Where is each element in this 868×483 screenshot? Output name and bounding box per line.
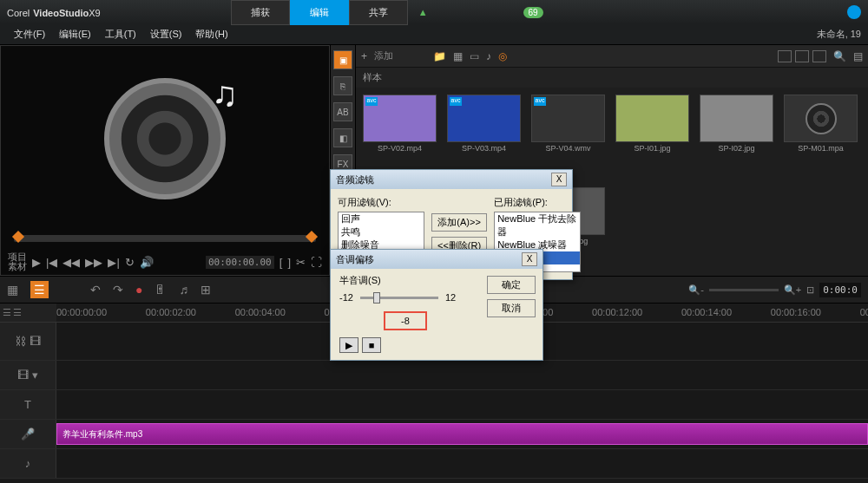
notification-badge[interactable]: 69 (523, 7, 543, 18)
loop-button[interactable]: ↻ (125, 256, 135, 269)
overlay-track-icon: 🎞 (17, 369, 29, 382)
prev-button[interactable]: |◀ (46, 256, 57, 269)
tab-edit[interactable]: 编辑 (290, 0, 349, 25)
slider-max: 12 (445, 292, 456, 303)
title-track[interactable]: T (0, 390, 868, 420)
timeline-view-button[interactable]: ☰ (30, 281, 49, 298)
next-button[interactable]: ▶| (108, 256, 119, 269)
main-tabs: 捕获 编辑 共享 (231, 0, 408, 25)
add-folder-button[interactable]: + (361, 50, 367, 62)
title-bar: Corel VideoStudioX9 捕获 编辑 共享 ▲ 69 (0, 0, 868, 24)
mark-out-button[interactable]: ] (287, 256, 291, 269)
pitch-shift-dialog: 音调偏移 X 半音调(S) -12 12 -8 ▶ ■ 确定 取消 (330, 249, 543, 361)
fit-button[interactable]: ⊡ (806, 284, 814, 296)
voice-track[interactable]: 🎤 养羊业有利条件.mp3 (0, 420, 868, 449)
zoom-slider[interactable] (709, 289, 779, 291)
semitone-slider[interactable] (360, 297, 438, 299)
close-button[interactable]: X (551, 173, 567, 186)
filter-audio-icon[interactable]: ♪ (486, 50, 491, 62)
cat-title-button[interactable]: AB (333, 102, 352, 121)
track-manager-button[interactable]: ⊞ (201, 283, 211, 297)
thumb-item[interactable]: avcSP-V04.wmv (531, 95, 605, 177)
chevron-down-icon[interactable]: ▾ (32, 369, 38, 382)
forward-button[interactable]: ▶▶ (85, 256, 102, 269)
close-button[interactable]: X (522, 252, 537, 266)
menu-edit[interactable]: 编辑(E) (52, 28, 98, 41)
sort-icon[interactable]: ◎ (498, 50, 507, 62)
library-toolbar: + 添加 📁 ▦ ▭ ♪ ◎ 🔍 ▤ (356, 45, 868, 68)
add-filter-button[interactable]: 添加(A)>> (431, 213, 487, 232)
cat-media-button[interactable]: ▣ (333, 50, 352, 69)
cat-transition-button[interactable]: ⎘ (333, 76, 352, 95)
menu-settings[interactable]: 设置(S) (143, 28, 189, 41)
semitone-value: -8 (384, 311, 427, 330)
music-track-icon: ♪ (25, 457, 31, 470)
thumb-item[interactable]: SP-I01.jpg (615, 95, 689, 177)
split-button[interactable]: ✂ (296, 256, 306, 269)
thumb-item[interactable]: SP-M01.mpa (784, 95, 858, 177)
ok-button[interactable]: 确定 (487, 276, 536, 294)
menu-tools[interactable]: 工具(T) (98, 28, 143, 41)
link-icon[interactable]: ⛓ (15, 335, 26, 348)
tab-capture[interactable]: 捕获 (231, 0, 290, 25)
preview-scrubber[interactable] (14, 235, 316, 242)
storyboard-view-button[interactable]: ▦ (7, 283, 18, 297)
auto-music-button[interactable]: ♬ (179, 283, 188, 297)
search-icon[interactable]: 🔍 (833, 50, 846, 62)
cancel-button[interactable]: 取消 (487, 299, 536, 317)
filter-video-icon[interactable]: ▦ (453, 50, 463, 62)
view-grid-button[interactable] (778, 50, 792, 62)
rewind-button[interactable]: ◀◀ (62, 256, 80, 269)
thumb-item[interactable]: SP-I02.jpg (700, 95, 773, 177)
music-track[interactable]: ♪ (0, 449, 868, 479)
menu-file[interactable]: 文件(F) (7, 28, 52, 41)
ruler-toggle-icon[interactable]: ☰ (3, 307, 11, 318)
overlay-track[interactable]: 🎞▾ (0, 361, 868, 390)
view-list-button[interactable] (795, 50, 809, 62)
view-detail-button[interactable] (812, 50, 826, 62)
dialog-title-bar[interactable]: 音调偏移 X (331, 250, 542, 269)
preview-stop-button[interactable]: ■ (362, 337, 381, 353)
menu-help[interactable]: 帮助(H) (188, 28, 234, 41)
preview-timecode: 00:00:00.00 (206, 256, 274, 269)
undo-button[interactable]: ↶ (90, 283, 101, 297)
collapse-icon[interactable]: ▤ (853, 50, 863, 62)
app-logo: Corel VideoStudioX9 (7, 5, 101, 19)
preview-play-button[interactable]: ▶ (339, 337, 358, 353)
menu-bar: 文件(F) 编辑(E) 工具(T) 设置(S) 帮助(H) 未命名, 19 (0, 24, 868, 45)
ruler-head: ☰ ☰ (0, 304, 56, 322)
tab-share[interactable]: 共享 (349, 0, 408, 25)
dialog-title-bar[interactable]: 音频滤镜 X (331, 170, 572, 189)
video-track-icon: 🎞 (30, 335, 41, 348)
audio-clip[interactable]: 养羊业有利条件.mp3 (56, 423, 868, 445)
voice-track-icon: 🎤 (21, 428, 35, 441)
cat-graphic-button[interactable]: ◧ (333, 128, 352, 147)
add-label[interactable]: 添加 (374, 49, 393, 62)
mixer-button[interactable]: 🎚 (155, 283, 167, 297)
preview-canvas: ♫ (18, 55, 312, 223)
globe-icon[interactable] (847, 5, 861, 19)
slider-min: -12 (339, 292, 353, 303)
redo-button[interactable]: ↷ (113, 283, 123, 297)
record-button[interactable]: ● (135, 283, 142, 297)
upload-icon[interactable]: ▲ (418, 7, 428, 17)
play-button[interactable]: ▶ (32, 256, 41, 269)
dialog-title: 音调偏移 (336, 253, 374, 266)
mark-in-button[interactable]: [ (279, 256, 283, 269)
ruler-toggle-icon[interactable]: ☰ (13, 307, 22, 318)
title-track-icon: T (24, 398, 31, 411)
zoom-in-button[interactable]: 🔍+ (784, 284, 801, 296)
speaker-icon: ♫ (104, 78, 226, 199)
applied-filters-label: 已用滤镜(P): (494, 196, 581, 209)
music-note-icon: ♫ (212, 75, 238, 114)
thumb-item[interactable]: avcSP-V03.mp4 (447, 95, 521, 177)
folder-icon[interactable]: 📁 (433, 50, 446, 62)
thumb-item[interactable]: avcSP-V02.mp4 (363, 95, 437, 177)
filter-photo-icon[interactable]: ▭ (470, 50, 479, 62)
volume-button[interactable]: 🔊 (140, 256, 154, 269)
timeline-timecode: 0:00:0 (819, 283, 861, 297)
preview-pane: ♫ 项目素材 ▶ |◀ ◀◀ ▶▶ ▶| ↻ 🔊 00:00:00.00 [ ]… (0, 45, 330, 276)
zoom-out-button[interactable]: 🔍- (688, 284, 704, 296)
fullscreen-button[interactable]: ⛶ (311, 256, 322, 269)
available-filters-label: 可用滤镜(V): (338, 196, 424, 209)
